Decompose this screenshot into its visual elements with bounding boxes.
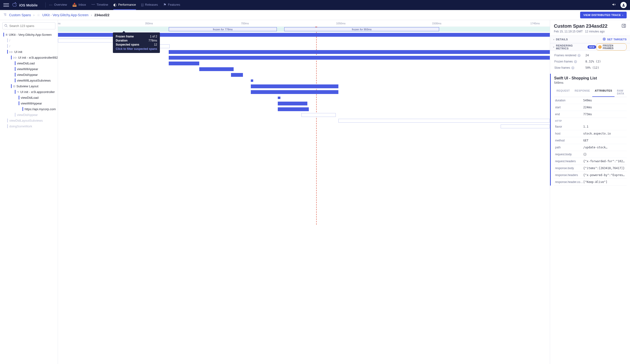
span-tree-row[interactable]: viewDidLayoutSubviews bbox=[0, 118, 58, 123]
new-badge: NEW bbox=[588, 45, 596, 49]
chevron-right-icon: › bbox=[34, 13, 34, 17]
details-section-header[interactable]: › DETAILS SET TARGETS bbox=[550, 35, 630, 43]
attr-value: /update-stock… bbox=[583, 146, 626, 149]
span-bar[interactable] bbox=[338, 119, 550, 123]
span-tree-row[interactable]: viewDidLoad bbox=[0, 95, 58, 100]
attribute-row: request.headers{"x-forwarded-for":"102.2… bbox=[554, 158, 627, 165]
detail-tab-request[interactable]: REQUEST bbox=[554, 87, 572, 97]
metric-row: Frozen frames ?8.32% (2) bbox=[550, 58, 630, 65]
span-tree-row[interactable]: ▷▷UI init - xr3i.appcontroller892 bbox=[0, 55, 58, 60]
span-bar[interactable] bbox=[231, 73, 243, 77]
hamburger-menu[interactable] bbox=[3, 2, 9, 8]
chevron-right-icon: › bbox=[91, 13, 92, 17]
details-panel: Custom Span 234asd22 Feb 15, 11:19:15 GM… bbox=[550, 20, 630, 364]
nav-tab-releases[interactable]: ⌸Releases bbox=[141, 0, 158, 10]
span-bar[interactable] bbox=[501, 124, 550, 128]
span-tree-row[interactable]: viewWillAppear bbox=[0, 100, 58, 106]
span-label: UI init bbox=[14, 50, 22, 54]
span-bar-row bbox=[58, 83, 550, 89]
span-bar[interactable] bbox=[302, 113, 336, 117]
span-tree-row[interactable]: / bbox=[0, 43, 58, 49]
nav-tab-overview[interactable]: ⋯Overview bbox=[49, 0, 67, 10]
project-name[interactable]: iOS Mobile bbox=[19, 3, 38, 7]
span-tree-row[interactable]: ↪UI init - xr3i.appcontroller bbox=[0, 89, 58, 95]
span-bar[interactable] bbox=[169, 50, 550, 54]
collapse-panel-icon[interactable] bbox=[622, 23, 626, 29]
span-bar[interactable] bbox=[199, 67, 234, 71]
row-icon: ▷▷ bbox=[13, 56, 17, 59]
metric-label: Frames rendered ? bbox=[554, 54, 586, 57]
breadcrumb-item[interactable]: Custom Spans bbox=[9, 13, 31, 17]
span-tree-row[interactable]: https://api.mycorp.com bbox=[0, 106, 58, 112]
span-bar-row bbox=[58, 78, 550, 83]
span-bar[interactable] bbox=[251, 84, 338, 88]
frozen-segment[interactable]: frozen for 993ms bbox=[284, 27, 439, 31]
span-bar-row bbox=[58, 95, 550, 101]
help-icon[interactable]: ? bbox=[571, 66, 574, 69]
performance-icon: ◐ bbox=[113, 3, 116, 7]
user-avatar[interactable] bbox=[620, 2, 627, 8]
span-label: viewDidLayoutSubviews bbox=[9, 119, 43, 122]
tooltip-label: Frozen frame bbox=[116, 35, 134, 38]
span-bar-row bbox=[58, 61, 550, 66]
span-tree-row[interactable]: ⊡Subview Layout bbox=[0, 83, 58, 89]
detail-tab-attributes[interactable]: ATTRIBUTES bbox=[592, 87, 614, 97]
span-tree-row[interactable]: ▷▷UI init bbox=[0, 49, 58, 55]
span-tree-row[interactable]: viewWillLayoutSubviews bbox=[0, 77, 58, 83]
span-bar-row bbox=[58, 118, 550, 124]
span-color-bar bbox=[7, 50, 8, 54]
timeline-panel: 0ms350ms700ms1050ms1745ms1500ms frozen f… bbox=[58, 20, 550, 364]
metric-row: Frames rendered ?24 bbox=[550, 52, 630, 58]
span-bar[interactable] bbox=[169, 61, 199, 65]
span-tree-row[interactable]: / bbox=[0, 37, 58, 43]
span-bar[interactable] bbox=[251, 79, 253, 82]
rendering-metrics-header[interactable]: › RENDERING METRICS NEW ! FROZEN FRAMES bbox=[550, 43, 630, 51]
nav-tab-features[interactable]: ⚑Features bbox=[163, 0, 180, 10]
span-tree-row[interactable]: doingSomeWork bbox=[0, 123, 58, 129]
span-tree-row[interactable]: ≣UIKit - Very.Glitchy.App-Screen bbox=[0, 32, 58, 37]
span-bar[interactable] bbox=[58, 39, 114, 42]
detail-tab-raw-data[interactable]: RAW DATA bbox=[614, 87, 627, 97]
announcements-icon[interactable] bbox=[612, 2, 616, 8]
attribute-row: response.header.connect...["Keep-Alive"] bbox=[554, 179, 627, 186]
frozen-segment[interactable]: frozen for 778ms bbox=[169, 27, 277, 31]
row-icon: ↪ bbox=[17, 90, 19, 93]
attr-label: host bbox=[555, 132, 583, 135]
span-detail-card: Swift UI - Shopping List 549ms REQUESTRE… bbox=[550, 74, 630, 186]
help-icon[interactable]: ? bbox=[578, 54, 580, 57]
star-icon[interactable]: ☆ bbox=[37, 13, 40, 17]
span-label: viewWillAppear bbox=[21, 102, 42, 105]
span-tree-row[interactable]: viewWillAppear bbox=[0, 66, 58, 72]
metric-value: 8.32% (2) bbox=[586, 60, 601, 63]
apple-icon bbox=[12, 2, 17, 8]
attr-value: stock.aspecto.io bbox=[583, 132, 626, 135]
tooltip-filter-link[interactable]: Click to filter suspected spans bbox=[116, 47, 157, 50]
span-color-bar bbox=[15, 61, 16, 65]
search-icon bbox=[4, 24, 8, 28]
detail-tab-response[interactable]: RESPONSE bbox=[572, 87, 592, 97]
help-icon[interactable]: ? bbox=[574, 60, 577, 63]
span-bar[interactable] bbox=[169, 56, 550, 60]
span-bar[interactable] bbox=[278, 97, 280, 99]
span-label: / bbox=[9, 44, 10, 48]
span-tree-row[interactable]: viewDidAppear bbox=[0, 112, 58, 118]
search-spans-input[interactable] bbox=[2, 22, 55, 29]
set-targets-button[interactable]: SET TARGETS bbox=[602, 37, 627, 41]
metric-value: 50% (12) bbox=[586, 66, 599, 69]
span-tree-row[interactable]: viewDidLoad bbox=[0, 60, 58, 66]
frozen-frames-pill[interactable]: ! FROZEN FRAMES bbox=[596, 43, 627, 50]
span-tree-row[interactable]: viewDidAppear bbox=[0, 72, 58, 77]
nav-tab-timeline[interactable]: 〰Timeline bbox=[92, 0, 108, 10]
row-icon: ≣ bbox=[6, 33, 8, 36]
attr-label: request.body bbox=[555, 153, 583, 156]
span-bar[interactable] bbox=[251, 90, 338, 94]
span-bar[interactable] bbox=[278, 102, 307, 105]
nav-tab-inbox[interactable]: 📥Inbox bbox=[72, 0, 86, 10]
attr-value: {"x-powered-by":"Express","ac… bbox=[583, 173, 626, 177]
features-icon: ⚑ bbox=[163, 3, 166, 7]
span-bar[interactable] bbox=[278, 107, 309, 111]
nav-tab-performance[interactable]: ◐Performance bbox=[113, 0, 136, 10]
view-distributed-trace-button[interactable]: VIEW DISTRIBUTED TRACE › bbox=[580, 12, 627, 18]
metric-label: Frozen frames ? bbox=[554, 60, 586, 63]
breadcrumb-item[interactable]: UIKit - Very.Glitchy.App-Screen bbox=[42, 13, 88, 17]
